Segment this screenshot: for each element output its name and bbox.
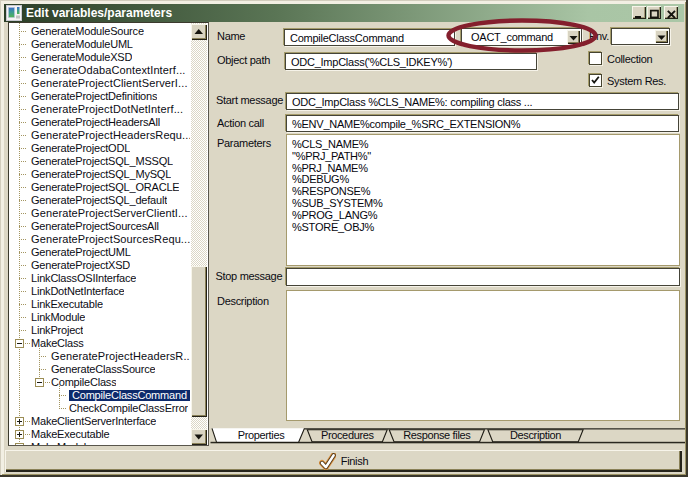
svg-text:Description: Description	[510, 429, 561, 441]
svg-text:Procedures: Procedures	[321, 429, 375, 441]
svg-text:Response files: Response files	[403, 429, 471, 441]
svg-text:Properties: Properties	[238, 429, 285, 441]
